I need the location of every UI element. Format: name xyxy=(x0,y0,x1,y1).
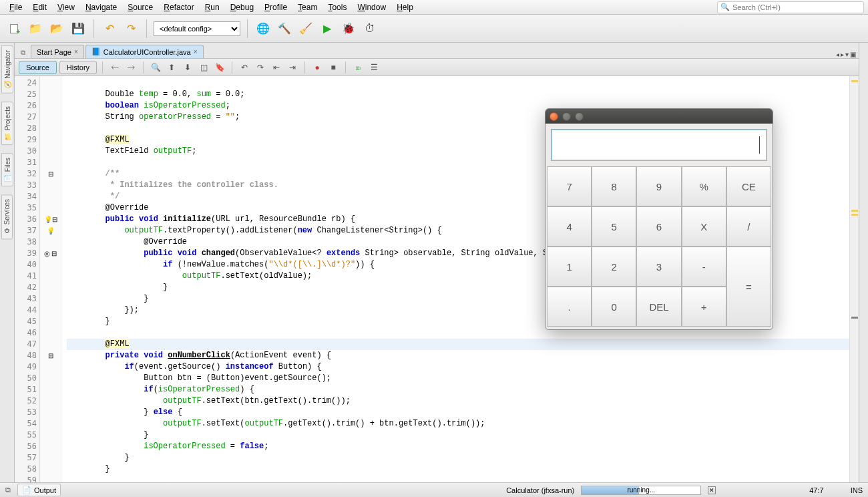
tab-start-page[interactable]: Start Page× xyxy=(31,45,84,58)
calc-key-percent[interactable]: % xyxy=(682,166,726,206)
maximize-icon[interactable]: ▣ xyxy=(850,51,856,58)
right-side-rail xyxy=(859,43,868,482)
next-bm-icon[interactable]: ↷ xyxy=(254,61,267,74)
calc-key-1[interactable]: 1 xyxy=(547,246,592,287)
window-minimize-icon[interactable] xyxy=(562,112,571,121)
calc-key-0[interactable]: 0 xyxy=(592,287,636,327)
macro-rec-icon[interactable]: ● xyxy=(310,61,324,74)
menu-view[interactable]: View xyxy=(52,1,80,13)
menu-window[interactable]: Window xyxy=(352,1,391,13)
calc-key-4[interactable]: 4 xyxy=(547,206,592,246)
calc-key-ce[interactable]: CE xyxy=(726,166,771,206)
quick-search[interactable]: 🔍 xyxy=(717,1,864,13)
statusbar: ⧉ 📄 Output Calculator (jfxsa-run) runnin… xyxy=(0,482,868,497)
nav-back-icon[interactable]: 🡐 xyxy=(108,61,122,74)
side-tab-files[interactable]: 📄Files xyxy=(1,153,13,186)
stop-task-icon[interactable]: ✕ xyxy=(708,486,716,494)
side-tab-projects[interactable]: 📁Projects xyxy=(1,102,13,145)
main-toolbar: 📁 📂 💾 ↶ ↷ <default config> 🌐 🔨 🧹 ▶ 🐞 ⏱ xyxy=(0,15,868,43)
find-prev-icon[interactable]: ⬆ xyxy=(165,61,178,74)
calc-key-equals[interactable]: = xyxy=(726,246,771,327)
save-all-button[interactable]: 💾 xyxy=(69,20,87,37)
menu-file[interactable]: File xyxy=(4,1,27,13)
comment-icon[interactable]: ⎄ xyxy=(351,61,365,74)
calc-key-minus[interactable]: - xyxy=(682,246,726,287)
tab-nav-right-icon[interactable]: ▸ xyxy=(841,51,844,58)
close-tab-icon[interactable]: × xyxy=(194,48,198,55)
globe-icon[interactable]: 🌐 xyxy=(254,20,272,37)
find-selection-icon[interactable]: 🔍 xyxy=(149,61,162,74)
find-next-icon[interactable]: ⬇ xyxy=(181,61,194,74)
calc-key-del[interactable]: DEL xyxy=(636,287,681,327)
prev-bm-icon[interactable]: ↶ xyxy=(238,61,251,74)
shift-right-icon[interactable]: ⇥ xyxy=(286,61,299,74)
menu-source[interactable]: Source xyxy=(122,1,158,13)
editor-view-toolbar: Source History 🡐 🡒 🔍 ⬆ ⬇ ◫ 🔖 ↶ ↷ ⇤ ⇥ ● ■… xyxy=(15,59,859,76)
calc-key-3[interactable]: 3 xyxy=(636,246,681,287)
undo-button[interactable]: ↶ xyxy=(101,20,118,37)
tab-calculatoruicontroller-java[interactable]: 📘CalculatorUIController.java× xyxy=(85,45,204,58)
menu-refactor[interactable]: Refactor xyxy=(158,1,199,13)
new-file-button[interactable] xyxy=(5,20,23,37)
calculator-display[interactable] xyxy=(551,129,767,161)
text-cursor xyxy=(759,136,760,154)
minimize-view-icon[interactable]: ⧉ xyxy=(5,486,11,494)
line-number-gutter: 2425262728293031323334353637383940414243… xyxy=(15,76,40,482)
menu-team[interactable]: Team xyxy=(292,1,322,13)
calculator-app-window[interactable]: 789%CE456X/123-=.0DEL+ xyxy=(545,108,773,330)
menu-edit[interactable]: Edit xyxy=(27,1,52,13)
side-tab-navigator[interactable]: 🧭Navigator xyxy=(1,45,13,94)
clean-build-button[interactable]: 🧹 xyxy=(297,20,314,37)
bookmark-icon[interactable]: 🔖 xyxy=(213,61,226,74)
tab-nav-left-icon[interactable]: ◂ xyxy=(836,51,839,58)
output-panel-button[interactable]: 📄 Output xyxy=(17,484,61,496)
glyph-margin[interactable]: ⊟💡⊟💡◎ ⊟⊟ xyxy=(40,76,61,482)
nav-fwd-icon[interactable]: 🡒 xyxy=(124,61,138,74)
output-icon: 📄 xyxy=(22,486,31,494)
window-close-icon[interactable] xyxy=(550,112,558,121)
pin-icon[interactable]: ⧉ xyxy=(17,47,28,58)
menu-run[interactable]: Run xyxy=(200,1,225,13)
calculator-titlebar[interactable] xyxy=(546,109,773,124)
run-button[interactable]: ▶ xyxy=(318,20,336,37)
calc-key-dot[interactable]: . xyxy=(547,287,592,327)
run-config-select[interactable]: <default config> xyxy=(154,21,240,36)
calc-key-2[interactable]: 2 xyxy=(592,246,636,287)
calc-key-8[interactable]: 8 xyxy=(592,166,636,206)
side-tab-services[interactable]: ⚙Services xyxy=(1,194,13,239)
build-button[interactable]: 🔨 xyxy=(276,20,293,37)
calc-key-7[interactable]: 7 xyxy=(547,166,592,206)
menu-profile[interactable]: Profile xyxy=(259,1,292,13)
calc-key-6[interactable]: 6 xyxy=(636,206,681,246)
menu-navigate[interactable]: Navigate xyxy=(80,1,122,13)
redo-button[interactable]: ↷ xyxy=(122,20,140,37)
profile-button[interactable]: ⏱ xyxy=(361,20,379,37)
menu-tools[interactable]: Tools xyxy=(322,1,352,13)
calc-key-divide[interactable]: / xyxy=(726,206,771,246)
calc-key-plus[interactable]: + xyxy=(682,287,726,327)
close-tab-icon[interactable]: × xyxy=(74,48,78,55)
debug-button[interactable]: 🐞 xyxy=(340,20,357,37)
calc-key-9[interactable]: 9 xyxy=(636,166,681,206)
calc-key-multiply[interactable]: X xyxy=(682,206,726,246)
calculator-keypad: 789%CE456X/123-=.0DEL+ xyxy=(546,166,773,329)
calc-key-5[interactable]: 5 xyxy=(592,206,636,246)
highlight-icon[interactable]: ◫ xyxy=(197,61,210,74)
menu-help[interactable]: Help xyxy=(391,1,419,13)
window-maximize-icon[interactable] xyxy=(575,112,584,121)
tab-list-icon[interactable]: ▾ xyxy=(845,51,849,58)
open-button[interactable]: 📂 xyxy=(48,20,65,37)
insert-mode: INS xyxy=(851,486,863,494)
new-project-button[interactable]: 📁 xyxy=(27,20,44,37)
task-progress-bar[interactable]: running... xyxy=(581,486,701,495)
tab-label: Start Page xyxy=(37,48,71,56)
cursor-position: 47:7 xyxy=(809,486,823,494)
menu-debug[interactable]: Debug xyxy=(225,1,259,13)
macro-stop-icon[interactable]: ■ xyxy=(327,61,340,74)
history-view-button[interactable]: History xyxy=(59,61,97,74)
search-input[interactable] xyxy=(732,3,861,11)
uncomment-icon[interactable]: ☰ xyxy=(367,61,381,74)
overview-ruler[interactable] xyxy=(849,76,859,482)
source-view-button[interactable]: Source xyxy=(19,61,57,74)
shift-left-icon[interactable]: ⇤ xyxy=(270,61,283,74)
